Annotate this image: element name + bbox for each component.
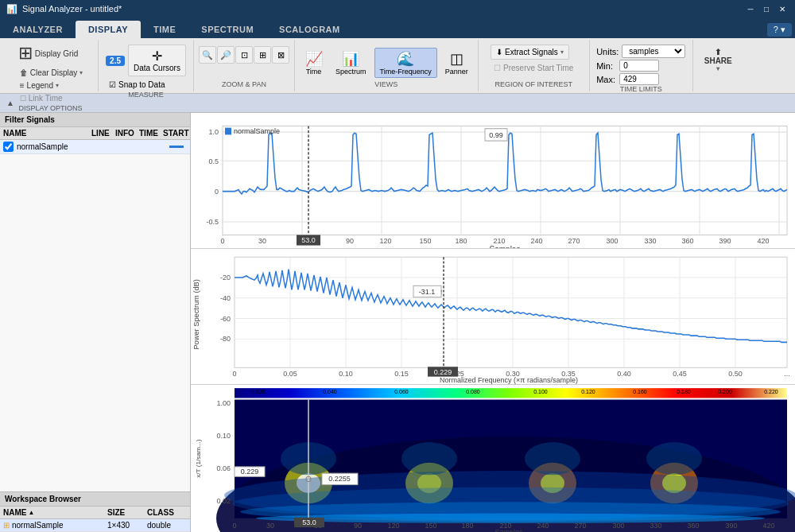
clear-display-icon: 🗑 <box>20 68 28 77</box>
tab-analyzer[interactable]: ANALYZER <box>0 21 76 38</box>
spectrum-chart-svg: -20 -40 -60 -80 Power Spectrum (dB) 0 0.… <box>191 249 795 384</box>
spectrum-view-icon: 📊 <box>342 50 359 68</box>
max-input[interactable] <box>619 73 659 85</box>
ribbon-group-zoom-pan: 🔍 🔎 ⊡ ⊞ ⊠ ZOOM & PAN <box>194 40 295 91</box>
units-select[interactable]: samples <box>622 45 685 58</box>
svg-text:360: 360 <box>681 236 693 245</box>
title-bar: 📊 Signal Analyzer - untitled* ─ □ ✕ <box>0 0 795 17</box>
svg-text:0.060: 0.060 <box>394 389 409 395</box>
svg-text:x/T (1/sam...): x/T (1/sam...) <box>195 439 202 478</box>
svg-text:0.45: 0.45 <box>673 369 687 377</box>
scalogram-chart-panel: 0.020 0.040 0.060 0.080 0.100 0.120 0.16… <box>191 385 795 532</box>
maximize-button[interactable]: □ <box>760 2 773 15</box>
svg-point-106 <box>646 442 702 475</box>
zoom-pan-label: ZOOM & PAN <box>222 80 266 90</box>
svg-text:210: 210 <box>493 236 505 245</box>
views-label: VIEWS <box>374 80 398 90</box>
clear-display-button[interactable]: 🗑 Clear Display ▾ <box>17 67 86 79</box>
spectrum-view-button[interactable]: 📊 Spectrum <box>331 49 371 77</box>
signal-checkbox[interactable] <box>3 142 14 152</box>
close-button[interactable]: ✕ <box>776 2 789 15</box>
ribbon-group-measure: 2.5 ✛ Data Cursors ☑ Snap to Data MEASUR… <box>99 40 194 91</box>
svg-text:0.99: 0.99 <box>489 130 503 138</box>
extract-signals-button[interactable]: ⬇ Extract Signals ▾ <box>491 45 569 60</box>
svg-text:30: 30 <box>266 522 274 530</box>
min-input[interactable] <box>619 60 659 72</box>
legend-button[interactable]: ≡ Legend ▾ <box>17 80 86 91</box>
svg-text:0.50: 0.50 <box>728 369 743 377</box>
help-button[interactable]: ? ▾ <box>767 23 792 37</box>
svg-text:300: 300 <box>612 522 624 530</box>
collapse-button[interactable]: ▲ <box>6 99 14 107</box>
col-info: INFO <box>115 129 139 138</box>
svg-point-104 <box>401 442 457 475</box>
app-icon: 📊 <box>6 4 17 14</box>
svg-text:0.2255: 0.2255 <box>328 475 351 483</box>
svg-text:150: 150 <box>419 236 431 245</box>
svg-text:0.120: 0.120 <box>581 389 595 395</box>
snap-to-data-button[interactable]: ☑ Snap to Data <box>106 79 168 91</box>
zoom-buttons: 🔍 🔎 ⊡ ⊞ ⊠ <box>199 46 289 64</box>
svg-text:270: 270 <box>574 522 586 530</box>
svg-text:-40: -40 <box>220 294 231 302</box>
ws-col-class: CLASS <box>147 508 187 517</box>
legend-icon: ≡ <box>20 81 25 90</box>
min-row: Min: <box>596 60 659 72</box>
workspace-row[interactable]: ⊞ normalSample 1×430 double <box>0 519 190 532</box>
svg-text:0.100: 0.100 <box>533 389 548 395</box>
preserve-start-time-button[interactable]: ☐ Preserve Start Time <box>491 62 576 74</box>
units-row: Units: samples <box>596 45 685 58</box>
svg-text:0.06: 0.06 <box>216 464 231 472</box>
workspace-browser: Workspace Browser NAME ▲ SIZE CLASS ⊞ no… <box>0 491 190 532</box>
time-view-button[interactable]: 📈 Time <box>300 49 328 77</box>
zoom-in-button[interactable]: 🔍 <box>199 46 216 64</box>
sort-icon: ▲ <box>28 509 34 516</box>
data-cursors-button[interactable]: ✛ Data Cursors <box>128 45 186 76</box>
signal-row[interactable]: normalSample <box>0 140 190 154</box>
ribbon-group-time-limits: Units: samples Min: Max: TIME LIMITS <box>590 40 693 91</box>
zoom-fit-button[interactable]: ⊞ <box>254 46 271 64</box>
svg-text:-80: -80 <box>220 335 231 343</box>
panner-view-icon: ◫ <box>450 50 463 68</box>
display-grid-button[interactable]: ⊞ Display Grid <box>15 41 81 65</box>
minimize-button[interactable]: ─ <box>744 2 757 15</box>
time-view-icon: 📈 <box>305 50 323 68</box>
zoom-reset-button[interactable]: ⊡ <box>235 46 253 64</box>
col-start: START <box>163 129 187 138</box>
zoom-select-button[interactable]: ⊠ <box>272 46 289 64</box>
col-time: TIME <box>139 129 163 138</box>
svg-text:0: 0 <box>232 522 236 530</box>
measure-label: MEASURE <box>128 91 164 100</box>
panel-spacer <box>0 154 190 491</box>
ribbon-group-roi: ⬇ Extract Signals ▾ ☐ Preserve Start Tim… <box>479 40 590 91</box>
link-time-button[interactable]: ☐ Link Time <box>17 92 86 104</box>
svg-text:0.220: 0.220 <box>764 389 778 395</box>
svg-text:420: 420 <box>762 522 774 530</box>
svg-text:330: 330 <box>644 236 656 245</box>
filter-signals-label: Filter Signals <box>0 113 190 127</box>
ribbon-group-views: 📈 Time 📊 Spectrum 🌊 Time-Frequency ◫ Pan… <box>295 40 479 91</box>
panner-view-button[interactable]: ◫ Panner <box>440 49 473 77</box>
share-button[interactable]: ⬆ SHARE ▾ <box>698 45 739 76</box>
ribbon-group-display-options: ⊞ Display Grid 🗑 Clear Display ▾ ≡ Legen… <box>3 40 99 91</box>
zoom-out-button[interactable]: 🔎 <box>217 46 235 64</box>
share-icon: ⬆ <box>715 48 721 56</box>
svg-text:420: 420 <box>757 236 769 245</box>
title-bar-left: 📊 Signal Analyzer - untitled* <box>6 4 122 14</box>
svg-text:53.0: 53.0 <box>301 235 316 244</box>
svg-text:180: 180 <box>461 522 473 530</box>
svg-text:0.15: 0.15 <box>394 369 409 377</box>
svg-text:-60: -60 <box>220 314 231 322</box>
svg-text:0: 0 <box>232 369 236 377</box>
svg-text:0.05: 0.05 <box>283 369 297 377</box>
tab-time[interactable]: TIME <box>141 21 188 38</box>
tab-display[interactable]: DISPLAY <box>76 21 141 38</box>
display-grid-icon: ⊞ <box>18 43 33 64</box>
tab-scalogram[interactable]: SCALOGRAM <box>266 21 353 38</box>
tab-spectrum[interactable]: SPECTRUM <box>188 21 266 38</box>
matrix-icon: ⊞ <box>3 521 10 530</box>
svg-text:53.0: 53.0 <box>302 518 316 526</box>
max-row: Max: <box>596 73 659 85</box>
svg-text:0: 0 <box>220 236 224 245</box>
time-freq-view-button[interactable]: 🌊 Time-Frequency <box>374 48 437 78</box>
